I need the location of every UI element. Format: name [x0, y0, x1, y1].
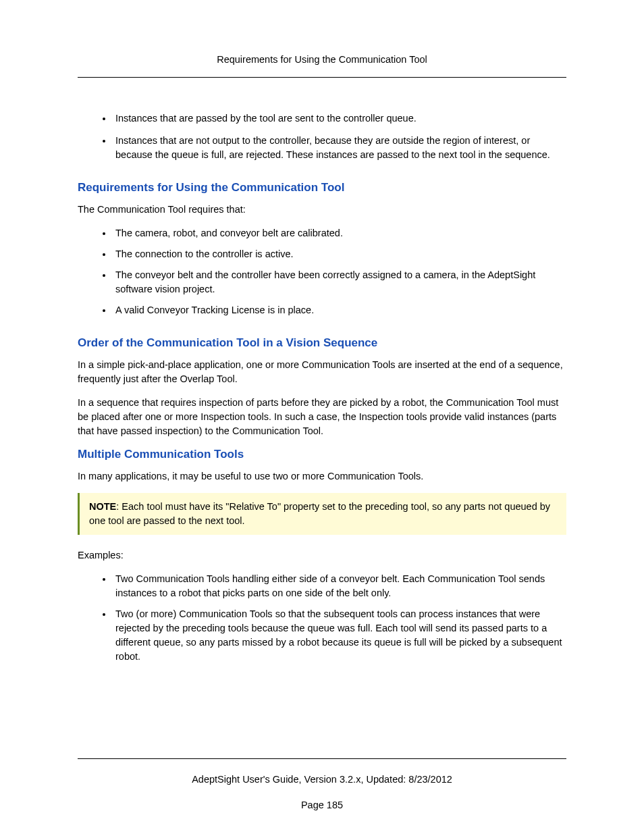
- list-item: The camera, robot, and conveyor belt are…: [113, 226, 566, 240]
- order-paragraph-2: In a sequence that requires inspection o…: [78, 396, 566, 438]
- section-heading-multiple: Multiple Communication Tools: [78, 448, 566, 461]
- list-item: Instances that are passed by the tool ar…: [113, 111, 566, 126]
- order-paragraph-1: In a simple pick-and-place application, …: [78, 358, 566, 386]
- intro-bullet-list: Instances that are passed by the tool ar…: [78, 111, 566, 162]
- list-item: A valid Conveyor Tracking License is in …: [113, 303, 566, 317]
- requirements-list: The camera, robot, and conveyor belt are…: [78, 226, 566, 317]
- requirements-lead: The Communication Tool requires that:: [78, 203, 566, 217]
- footer-guide-line: AdeptSight User's Guide, Version 3.2.x, …: [78, 774, 566, 785]
- note-label: NOTE: [89, 501, 116, 512]
- note-text: : Each tool must have its "Relative To" …: [89, 501, 550, 526]
- list-item: Two Communication Tools handling either …: [113, 572, 566, 600]
- multiple-lead: In many applications, it may be useful t…: [78, 469, 566, 484]
- examples-label: Examples:: [78, 548, 566, 563]
- footer-page-number: Page 185: [78, 800, 566, 810]
- list-item: The conveyor belt and the controller hav…: [113, 268, 566, 296]
- footer-rule: [78, 758, 566, 759]
- page-header-title: Requirements for Using the Communication…: [78, 54, 566, 65]
- examples-list: Two Communication Tools handling either …: [78, 572, 566, 664]
- list-item: Instances that are not output to the con…: [113, 134, 566, 162]
- section-heading-order: Order of the Communication Tool in a Vis…: [78, 336, 566, 350]
- section-heading-requirements: Requirements for Using the Communication…: [78, 181, 566, 194]
- list-item: Two (or more) Communication Tools so tha…: [113, 607, 566, 664]
- document-page: Requirements for Using the Communication…: [0, 0, 644, 834]
- header-rule: [78, 77, 566, 78]
- list-item: The connection to the controller is acti…: [113, 247, 566, 261]
- note-box: NOTE: Each tool must have its "Relative …: [78, 493, 566, 535]
